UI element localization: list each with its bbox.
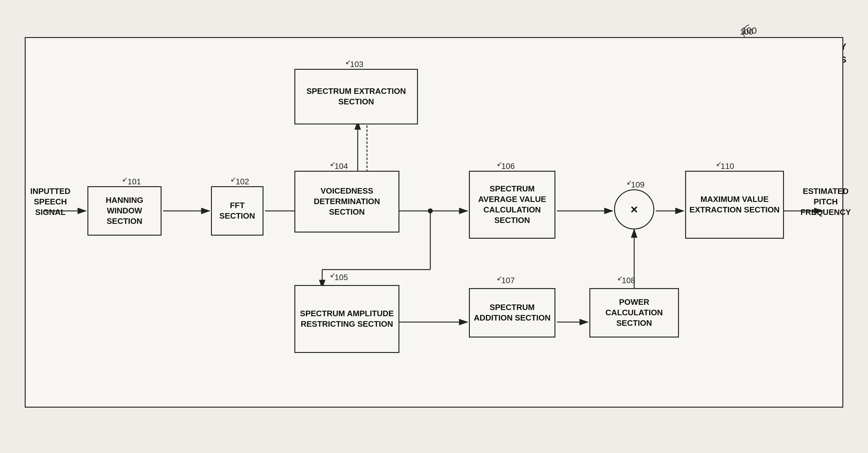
ref-103: 103 — [350, 60, 363, 69]
page: PITCH FREQUENCY ESTIMATION APPARATUS 100 — [0, 0, 868, 453]
svg-point-8 — [428, 208, 433, 214]
ref-104: 104 — [335, 162, 348, 171]
ref-105: 105 — [335, 273, 348, 282]
block-spectrum-addition: SPECTRUM ADDITION SECTION — [469, 288, 555, 337]
block-power-calculation: POWER CALCULATION SECTION — [589, 288, 679, 337]
block-fft: FFT SECTION — [211, 186, 264, 236]
ref-106: 106 — [501, 162, 515, 171]
output-label: ESTIMATED PITCH FREQUENCY — [795, 186, 857, 217]
ref-109: 109 — [631, 180, 644, 190]
block-spectrum-average: SPECTRUM AVERAGE VALUE CALCULATION SECTI… — [469, 171, 555, 239]
diagram-container: INPUTTED SPEECH SIGNAL HANNING WINDOW SE… — [25, 37, 843, 408]
block-spectrum-amplitude: SPECTRUM AMPLITUDE RESTRICTING SECTION — [294, 285, 399, 353]
ref-102: 102 — [236, 177, 249, 187]
block-spectrum-extraction: VOICEDNESS DETERMINATION SECTION — [294, 171, 399, 232]
ref-100-arrow — [735, 22, 754, 40]
ref-101: 101 — [128, 177, 141, 187]
input-label: INPUTTED SPEECH SIGNAL — [26, 186, 75, 217]
block-hanning-window: HANNING WINDOW SECTION — [87, 186, 161, 236]
ref-108: 108 — [622, 276, 635, 285]
ref-107: 107 — [501, 276, 515, 285]
block-maximum-value: MAXIMUM VALUE EXTRACTION SECTION — [685, 171, 784, 239]
multiply-circle: × — [614, 189, 654, 229]
ref-110: 110 — [721, 162, 734, 171]
block-voicedness: SPECTRUM EXTRACTION SECTION — [294, 69, 418, 124]
